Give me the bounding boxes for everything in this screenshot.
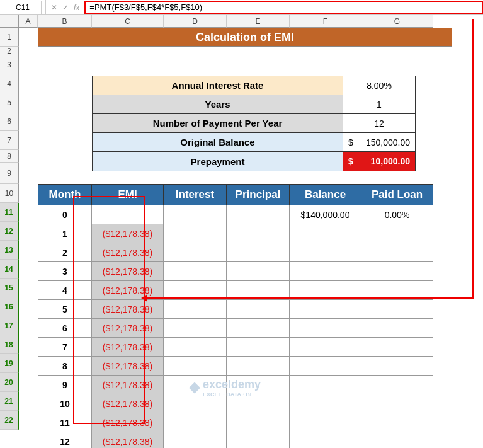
- cell-principal[interactable]: [227, 357, 290, 376]
- cell-paid[interactable]: [361, 357, 433, 376]
- formula-input[interactable]: =PMT(F$3/F$5,F$4*F$5,F$10): [84, 1, 483, 14]
- cell-balance[interactable]: [290, 413, 361, 432]
- cell-paid[interactable]: [361, 243, 433, 262]
- cell-principal[interactable]: [227, 205, 290, 224]
- cell-emi[interactable]: ($12,178.38): [92, 243, 164, 262]
- row-1[interactable]: 1: [0, 28, 19, 47]
- years-val[interactable]: 1: [343, 95, 415, 113]
- cell-balance[interactable]: [290, 319, 361, 338]
- row-19[interactable]: 19: [0, 354, 19, 373]
- cell-paid[interactable]: [361, 262, 433, 281]
- row-7[interactable]: 7: [0, 131, 19, 150]
- cell-interest[interactable]: [164, 224, 227, 243]
- select-all-corner[interactable]: [0, 15, 19, 28]
- npay-val[interactable]: 12: [343, 114, 415, 132]
- cancel-icon[interactable]: ✕: [51, 3, 57, 12]
- cell-emi[interactable]: ($12,178.38): [92, 319, 164, 338]
- cell-interest[interactable]: [164, 319, 227, 338]
- prepay-val[interactable]: $ 10,000.00: [343, 152, 415, 171]
- orig-val[interactable]: $ 150,000.00: [343, 133, 415, 151]
- table-row[interactable]: 0$140,000.000.00%: [38, 205, 452, 224]
- cell-principal[interactable]: [227, 338, 290, 357]
- cell-paid[interactable]: [361, 338, 433, 357]
- row-8[interactable]: 8: [0, 150, 19, 163]
- cell-paid[interactable]: [361, 413, 433, 432]
- cell-emi[interactable]: ($12,178.38): [92, 376, 164, 394]
- cell-emi[interactable]: ($12,178.38): [92, 338, 164, 357]
- cell-principal[interactable]: [227, 300, 290, 319]
- cell-emi[interactable]: ($12,178.38): [92, 432, 164, 448]
- cell-principal[interactable]: [227, 319, 290, 338]
- cell-emi[interactable]: ($12,178.38): [92, 394, 164, 413]
- cell-interest[interactable]: [164, 357, 227, 376]
- row-2[interactable]: 2: [0, 47, 19, 55]
- cell-principal[interactable]: [227, 262, 290, 281]
- cell-interest[interactable]: [164, 413, 227, 432]
- cell-emi[interactable]: [92, 205, 164, 224]
- col-B[interactable]: B: [38, 15, 92, 28]
- col-D[interactable]: D: [164, 15, 227, 28]
- fx-icon[interactable]: fx: [74, 3, 79, 12]
- cell-balance[interactable]: [290, 338, 361, 357]
- cell-month[interactable]: 7: [38, 338, 92, 357]
- row-14[interactable]: 14: [0, 260, 19, 279]
- cell-month[interactable]: 1: [38, 224, 92, 243]
- col-A[interactable]: A: [19, 15, 38, 28]
- cell-month[interactable]: 12: [38, 432, 92, 448]
- cell-emi[interactable]: ($12,178.38): [92, 224, 164, 243]
- col-C[interactable]: C: [92, 15, 164, 28]
- row-10[interactable]: 10: [0, 184, 19, 203]
- col-E[interactable]: E: [227, 15, 290, 28]
- row-9[interactable]: 9: [0, 163, 19, 184]
- cell-paid[interactable]: [361, 300, 433, 319]
- cell-month[interactable]: 0: [38, 205, 92, 224]
- col-F[interactable]: F: [290, 15, 361, 28]
- cell-interest[interactable]: [164, 262, 227, 281]
- col-G[interactable]: G: [361, 15, 433, 28]
- cell-balance[interactable]: [290, 357, 361, 376]
- table-row[interactable]: 6($12,178.38): [38, 319, 452, 338]
- cell-balance[interactable]: [290, 300, 361, 319]
- row-15[interactable]: 15: [0, 279, 19, 297]
- cell-interest[interactable]: [164, 243, 227, 262]
- row-6[interactable]: 6: [0, 112, 19, 131]
- cell-paid[interactable]: [361, 319, 433, 338]
- table-row[interactable]: 5($12,178.38): [38, 300, 452, 319]
- cell-balance[interactable]: [290, 432, 361, 448]
- row-21[interactable]: 21: [0, 392, 19, 411]
- row-22[interactable]: 22: [0, 411, 19, 430]
- cell-month[interactable]: 11: [38, 413, 92, 432]
- cell-emi[interactable]: ($12,178.38): [92, 262, 164, 281]
- cell-emi[interactable]: ($12,178.38): [92, 357, 164, 376]
- confirm-icon[interactable]: ✓: [62, 3, 69, 12]
- cell-month[interactable]: 4: [38, 281, 92, 300]
- row-18[interactable]: 18: [0, 335, 19, 354]
- cell-paid[interactable]: [361, 432, 433, 448]
- cell-month[interactable]: 9: [38, 376, 92, 394]
- cell-paid[interactable]: 0.00%: [361, 205, 433, 224]
- row-12[interactable]: 12: [0, 222, 19, 241]
- cell-emi[interactable]: ($12,178.38): [92, 413, 164, 432]
- cell-principal[interactable]: [227, 413, 290, 432]
- cell-month[interactable]: 5: [38, 300, 92, 319]
- cell-balance[interactable]: [290, 376, 361, 394]
- table-row[interactable]: 8($12,178.38): [38, 357, 452, 376]
- cell-month[interactable]: 8: [38, 357, 92, 376]
- row-13[interactable]: 13: [0, 241, 19, 260]
- cell-balance[interactable]: [290, 262, 361, 281]
- table-row[interactable]: 2($12,178.38): [38, 243, 452, 262]
- cell-balance[interactable]: [290, 394, 361, 413]
- cell-month[interactable]: 6: [38, 319, 92, 338]
- table-row[interactable]: 11($12,178.38): [38, 413, 452, 432]
- cell-interest[interactable]: [164, 205, 227, 224]
- row-11[interactable]: 11: [0, 203, 19, 222]
- cell-principal[interactable]: [227, 224, 290, 243]
- cell-balance[interactable]: [290, 243, 361, 262]
- row-4[interactable]: 4: [0, 74, 19, 93]
- cell-principal[interactable]: [227, 432, 290, 448]
- table-row[interactable]: 12($12,178.38): [38, 432, 452, 448]
- cell-month[interactable]: 2: [38, 243, 92, 262]
- row-20[interactable]: 20: [0, 373, 19, 392]
- rate-val[interactable]: 8.00%: [343, 76, 415, 95]
- cell-month[interactable]: 3: [38, 262, 92, 281]
